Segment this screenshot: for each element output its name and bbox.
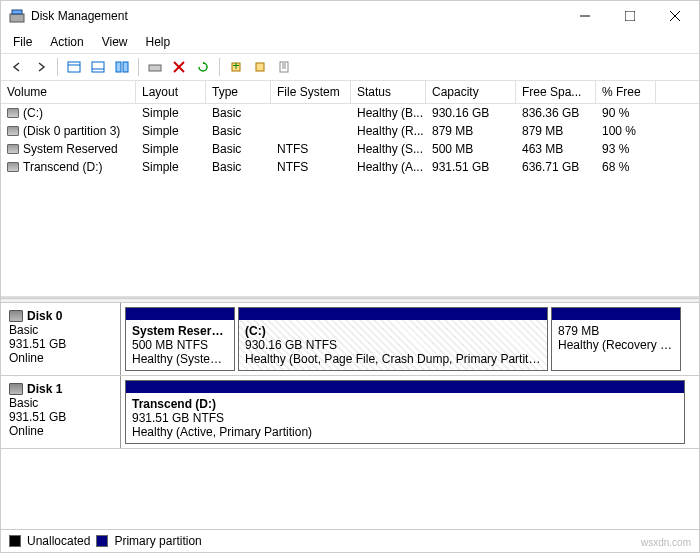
- disk-icon: [9, 310, 23, 322]
- toolbar-separator: [57, 58, 58, 76]
- col-layout[interactable]: Layout: [136, 81, 206, 103]
- new-button[interactable]: +: [226, 57, 246, 77]
- menu-view[interactable]: View: [94, 33, 136, 51]
- close-button[interactable]: [652, 1, 697, 31]
- back-button[interactable]: [7, 57, 27, 77]
- delete-button[interactable]: [169, 57, 189, 77]
- disk-type: Basic: [9, 396, 112, 410]
- col-filesystem[interactable]: File System: [271, 81, 351, 103]
- forward-button[interactable]: [31, 57, 51, 77]
- disk-name: Disk 0: [27, 309, 62, 323]
- svg-rect-6: [68, 62, 80, 72]
- cell-fs: NTFS: [271, 141, 351, 157]
- properties-button[interactable]: [274, 57, 294, 77]
- cell-free: 879 MB: [516, 123, 596, 139]
- cell-free: 463 MB: [516, 141, 596, 157]
- partition[interactable]: Transcend (D:)931.51 GB NTFSHealthy (Act…: [125, 380, 685, 444]
- legend-unallocated-icon: [9, 535, 21, 547]
- refresh-button[interactable]: [193, 57, 213, 77]
- drive-icon: [7, 108, 19, 118]
- partition-stripe: [552, 308, 680, 320]
- partitions: System Reserved500 MB NTFSHealthy (Syste…: [121, 303, 699, 375]
- partition-title: (C:): [245, 324, 541, 338]
- cell-layout: Simple: [136, 123, 206, 139]
- table-row[interactable]: (C:)SimpleBasicHealthy (B...930.16 GB836…: [1, 104, 699, 122]
- titlebar: Disk Management: [1, 1, 699, 31]
- legend-primary-icon: [96, 535, 108, 547]
- maximize-button[interactable]: [607, 1, 652, 31]
- partition-title: System Reserved: [132, 324, 228, 338]
- menu-action[interactable]: Action: [42, 33, 91, 51]
- partition-status: Healthy (System, Active,: [132, 352, 228, 366]
- view-grid-button[interactable]: [112, 57, 132, 77]
- partition-status: Healthy (Active, Primary Partition): [132, 425, 678, 439]
- partition-title: Transcend (D:): [132, 397, 678, 411]
- partition-size: 500 MB NTFS: [132, 338, 228, 352]
- drive-icon-button[interactable]: [145, 57, 165, 77]
- partition-size: 879 MB: [558, 324, 674, 338]
- disk-icon: [9, 383, 23, 395]
- cell-status: Healthy (S...: [351, 141, 426, 157]
- col-status[interactable]: Status: [351, 81, 426, 103]
- cell-type: Basic: [206, 105, 271, 121]
- cell-status: Healthy (A...: [351, 159, 426, 175]
- menu-help[interactable]: Help: [138, 33, 179, 51]
- svg-rect-3: [625, 11, 635, 21]
- view-top-button[interactable]: [64, 57, 84, 77]
- legend: Unallocated Primary partition: [1, 529, 699, 552]
- minimize-button[interactable]: [562, 1, 607, 31]
- list-header: Volume Layout Type File System Status Ca…: [1, 81, 699, 104]
- volume-name: System Reserved: [23, 142, 118, 156]
- cell-free: 636.71 GB: [516, 159, 596, 175]
- partition-status: Healthy (Boot, Page File, Crash Dump, Pr…: [245, 352, 541, 366]
- disk-info[interactable]: Disk 1Basic931.51 GBOnline: [1, 376, 121, 448]
- list-empty-area: [1, 176, 699, 296]
- volume-name: (Disk 0 partition 3): [23, 124, 120, 138]
- table-row[interactable]: System ReservedSimpleBasicNTFSHealthy (S…: [1, 140, 699, 158]
- cell-fs: [271, 105, 351, 121]
- settings-button[interactable]: [250, 57, 270, 77]
- cell-type: Basic: [206, 123, 271, 139]
- partition[interactable]: (C:)930.16 GB NTFSHealthy (Boot, Page Fi…: [238, 307, 548, 371]
- table-row[interactable]: Transcend (D:)SimpleBasicNTFSHealthy (A.…: [1, 158, 699, 176]
- disk-status: Online: [9, 351, 112, 365]
- partition-stripe: [126, 308, 234, 320]
- disk-row: Disk 1Basic931.51 GBOnlineTranscend (D:)…: [1, 376, 699, 449]
- cell-status: Healthy (B...: [351, 105, 426, 121]
- menu-file[interactable]: File: [5, 33, 40, 51]
- volume-name: Transcend (D:): [23, 160, 103, 174]
- partition[interactable]: System Reserved500 MB NTFSHealthy (Syste…: [125, 307, 235, 371]
- legend-unallocated-label: Unallocated: [27, 534, 90, 548]
- col-free[interactable]: Free Spa...: [516, 81, 596, 103]
- cell-capacity: 500 MB: [426, 141, 516, 157]
- window-title: Disk Management: [31, 9, 562, 23]
- disk-info[interactable]: Disk 0Basic931.51 GBOnline: [1, 303, 121, 375]
- table-row[interactable]: (Disk 0 partition 3)SimpleBasicHealthy (…: [1, 122, 699, 140]
- cell-pfree: 68 %: [596, 159, 656, 175]
- cell-layout: Simple: [136, 141, 206, 157]
- disk-size: 931.51 GB: [9, 410, 112, 424]
- cell-type: Basic: [206, 159, 271, 175]
- col-volume[interactable]: Volume: [1, 81, 136, 103]
- partition-size: 931.51 GB NTFS: [132, 411, 678, 425]
- col-pfree[interactable]: % Free: [596, 81, 656, 103]
- disk-size: 931.51 GB: [9, 337, 112, 351]
- graphical-view: Disk 0Basic931.51 GBOnlineSystem Reserve…: [1, 303, 699, 449]
- watermark: wsxdn.com: [641, 537, 691, 548]
- col-type[interactable]: Type: [206, 81, 271, 103]
- drive-icon: [7, 162, 19, 172]
- partition-stripe: [239, 308, 547, 320]
- toolbar-separator: [219, 58, 220, 76]
- cell-layout: Simple: [136, 159, 206, 175]
- cell-pfree: 90 %: [596, 105, 656, 121]
- disk-status: Online: [9, 424, 112, 438]
- legend-primary-label: Primary partition: [114, 534, 201, 548]
- col-capacity[interactable]: Capacity: [426, 81, 516, 103]
- view-bottom-button[interactable]: [88, 57, 108, 77]
- partition-stripe: [126, 381, 684, 393]
- svg-rect-17: [256, 63, 264, 71]
- drive-icon: [7, 126, 19, 136]
- partition[interactable]: 879 MBHealthy (Recovery Partition: [551, 307, 681, 371]
- toolbar-separator: [138, 58, 139, 76]
- cell-capacity: 879 MB: [426, 123, 516, 139]
